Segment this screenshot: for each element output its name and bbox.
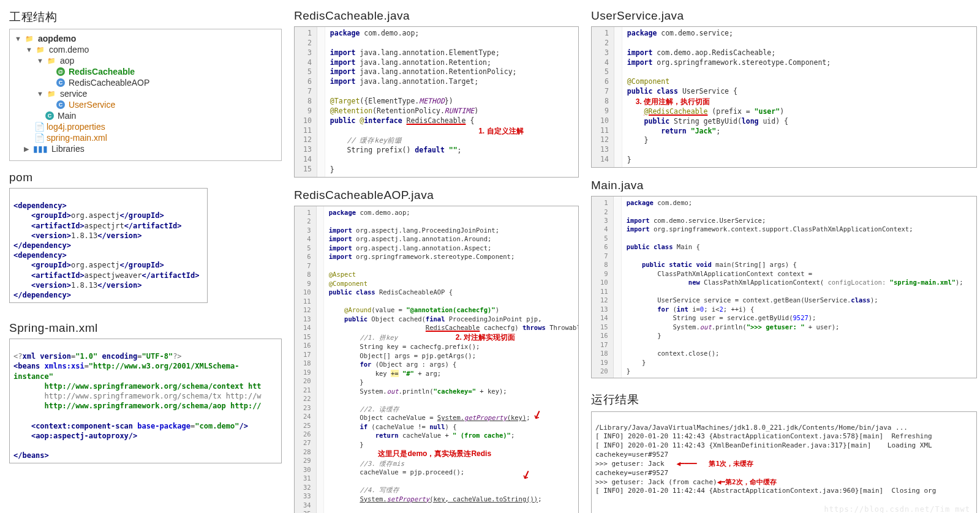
spring-code: <?xml version="1.0" encoding="UTF-8"?> <… — [9, 339, 282, 463]
arrow-icon: ↙ — [518, 461, 534, 485]
code-aop: 1 2 3 4 5 6 7 8 9 10 11 12 13 14 15 16 1… — [294, 206, 579, 513]
console-line: /Library/Java/JavaVirtualMachines/jdk1.8… — [595, 424, 908, 432]
console-line: >>> getuser: Jack — [595, 460, 665, 468]
folder-icon: 📁 — [47, 89, 56, 99]
class-icon: C — [45, 111, 54, 120]
section-title-userservice: UserService.java — [591, 9, 977, 23]
chevron-down-icon[interactable]: ▼ — [15, 35, 21, 42]
tree-service[interactable]: service — [60, 89, 87, 99]
arrow-icon: ↙ — [529, 401, 545, 425]
file-icon: 📄 — [34, 122, 43, 132]
section-title-result: 运行结果 — [591, 392, 977, 408]
folder-icon: 📁 — [24, 34, 34, 43]
library-icon: ▮▮▮ — [33, 144, 48, 154]
section-title-main: Main.java — [591, 179, 977, 192]
tree-pkg[interactable]: com.demo — [49, 45, 89, 54]
tree-file-rediscacheableaop[interactable]: RedisCacheableAOP — [69, 78, 149, 88]
chevron-down-icon[interactable]: ▼ — [37, 57, 43, 64]
code-main: 1 2 3 4 5 6 7 8 9 10 11 12 13 14 15 16 1… — [591, 196, 977, 378]
tree-file-log4j[interactable]: log4j.properties — [47, 122, 105, 132]
section-title-aop: RedisCacheableAOP.java — [294, 189, 579, 202]
folder-icon: 📁 — [47, 56, 56, 66]
section-title-rediscacheable: RedisCacheable.java — [294, 9, 579, 23]
console-output: /Library/Java/JavaVirtualMachines/jdk1.8… — [591, 411, 977, 513]
tree-libraries[interactable]: Libraries — [51, 144, 85, 154]
tree-root[interactable]: aopdemo — [38, 34, 76, 43]
console-line: [ INFO] 2020-01-20 11:42:44 {AbstractApp… — [595, 487, 936, 495]
console-line: cachekey=user#9527 — [595, 469, 668, 477]
code-userservice: 1 2 3 4 5 6 7 8 9 10 11 12 13 14 package… — [591, 26, 977, 168]
file-icon: 📄 — [34, 133, 43, 143]
class-icon: C — [56, 100, 65, 109]
class-icon: C — [56, 78, 65, 87]
tree-file-springxml[interactable]: spring-main.xml — [47, 133, 107, 143]
console-line: [ INFO] 2020-01-20 11:42:43 {XmlBeanDefi… — [595, 441, 932, 449]
project-tree: ▼📁aopdemo ▼📁com.demo ▼📁aop @RedisCacheab… — [9, 29, 282, 161]
section-title-pom: pom — [9, 171, 282, 184]
tree-file-main[interactable]: Main — [58, 111, 76, 121]
tree-file-userservice[interactable]: UserService — [69, 100, 115, 110]
watermark: https://blog.csdn.net/Tim_mwt — [824, 504, 970, 513]
tree-aop[interactable]: aop — [60, 56, 74, 66]
annotation-icon: @ — [56, 67, 65, 76]
section-title-spring: Spring-main.xml — [9, 321, 282, 335]
chevron-down-icon[interactable]: ▼ — [26, 46, 32, 53]
note-impl-aspect: 2. 对注解实现切面 — [456, 333, 515, 342]
chevron-down-icon[interactable]: ▼ — [37, 90, 43, 97]
note-custom-annotation: 1. 自定义注解 — [478, 127, 523, 135]
console-line: [ INFO] 2020-01-20 11:42:43 {AbstractApp… — [595, 432, 932, 440]
section-title-tree: 工程结构 — [9, 9, 282, 25]
note-use-annotation: 3. 使用注解，执行切面 — [636, 97, 710, 106]
folder-icon: 📁 — [36, 45, 45, 54]
code-rediscacheable: 1 2 3 4 5 6 7 8 9 10 11 12 13 14 15 pack… — [294, 26, 579, 178]
chevron-right-icon[interactable]: ▶ — [23, 145, 29, 153]
note-second-hit: 第2次，命中缓存 — [725, 478, 777, 486]
pom-code: <dependency> <groupId>org.aspectj</group… — [9, 188, 208, 303]
console-line: cachekey=user#9527 — [595, 451, 668, 459]
tree-file-rediscacheable[interactable]: RedisCacheable — [69, 67, 135, 77]
console-line: >>> getuser: Jack (from cache) — [595, 478, 717, 486]
note-first-miss: 第1次，未缓存 — [709, 460, 753, 468]
note-demo: 这里只是demo，真实场景连Redis — [378, 449, 491, 458]
